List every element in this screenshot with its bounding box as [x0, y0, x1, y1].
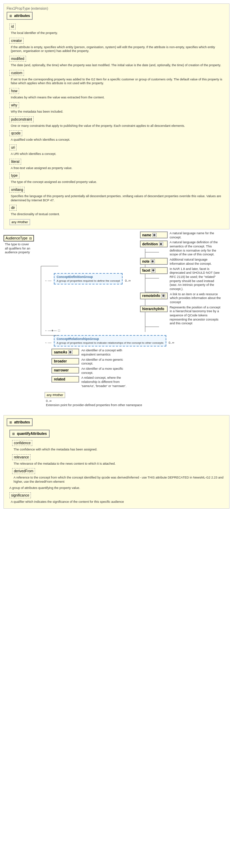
concept-rel-group-box: ConceptRelationshipsGroup A group of pro… [54, 335, 166, 347]
bottom-attributes-header-box: ⊞ attributes [7, 418, 33, 426]
attr-xmllang: xmllang Specifies the language of this p… [9, 186, 226, 202]
concept-def-group-desc: A group of properties required to define… [57, 279, 120, 282]
audience-type-desc: The type to cover all qualifiers for an … [5, 243, 33, 255]
attr-xmllang-name: xmllang [9, 187, 25, 193]
significance-desc: A qualifier which indicates the signific… [11, 500, 225, 504]
attr-custom-desc: If set to true the corresponding propert… [11, 78, 225, 86]
attr-type-name: type [9, 173, 19, 178]
element-row-broader: broader An identifier of a more generic … [51, 358, 133, 366]
hierarchyinfo-element-label: hierarchyInfo [142, 307, 164, 311]
broader-element-label: broader [54, 359, 67, 363]
connector-area: ←—♦— □ [44, 328, 230, 332]
concept-def-group-area: ←— ConceptDefinitionGroup A group of pro… [44, 231, 230, 326]
definition-desc: A natural language definition of the sem… [170, 240, 222, 257]
extension-box: Flex1PropType (extension) ⊞ attributes i… [3, 3, 230, 229]
attr-literal-name: literal [9, 159, 21, 165]
bottom-attr-derivedfrom: derivedFrom A reference to the concept f… [12, 467, 226, 484]
bottom-attr-relevance: relevance The relevance of the metadata … [12, 453, 226, 466]
attr-how-name: how [9, 88, 19, 94]
concept-rel-multiplicity: 0..∞ [168, 341, 174, 344]
element-name-box-definition: definition ⊞ [140, 240, 168, 247]
bottom-attr-relevance-desc: The relevance of the metadata to the new… [14, 462, 225, 466]
concept-rel-group-label: ConceptRelationshipsGroup [57, 337, 164, 341]
name-element-label: name [142, 233, 151, 237]
element-row-definition: definition ⊞ A natural language definiti… [140, 240, 222, 257]
element-row-hierarchyinfo: hierarchyInfo Represents the position of… [140, 306, 222, 326]
attr-creator: creator If the attribute is empty, speci… [9, 37, 226, 53]
remoteinfo-element-label: remoteInfo [142, 294, 160, 298]
narrower-desc: An identifier of a more specific concept… [81, 367, 133, 375]
right-elements-rel-column: sameAs ⊞ An identifier of a concept with… [51, 349, 133, 388]
any-other-bottom-label: any ##other [47, 393, 63, 397]
attr-qcode: qcode A qualified code which identifies … [9, 129, 226, 142]
any-other-box: any ##other [9, 219, 30, 225]
bottom-attr-derivedfrom-name: derivedFrom [12, 468, 35, 474]
element-row-facet: facet ⊞ In NAR 1.8 and later, facet is d… [140, 267, 222, 291]
attr-pubconstraint-desc: One or many constraints that apply to pu… [11, 124, 225, 128]
bottom-section: ⊞ attributes ⊞ quantifyAttributes confid… [3, 415, 230, 509]
element-row-name: name ⊞ A natural language name for the c… [140, 231, 222, 239]
element-name-box-facet: facet ⊞ [140, 267, 168, 274]
any-other-bottom-desc: Extension point for provider-defined pro… [46, 403, 228, 407]
hierarchyinfo-desc: Represents the position of a concept in … [170, 306, 222, 326]
quantify-attributes-label: quantifyAttributes [17, 432, 47, 436]
remoteinfo-desc: A link to an item or a web resource whic… [170, 292, 222, 305]
element-row-remoteinfo: remoteInfo ⊞ A link to an item or a web … [140, 292, 222, 305]
attr-id: id The local identifier of the property. [9, 23, 226, 35]
attr-why-desc: Why the metadata has been included. [11, 110, 225, 114]
significance-name: significance [9, 492, 31, 498]
definition-element-label: definition [142, 242, 158, 246]
attr-uri-name: uri [9, 144, 17, 150]
concept-rel-group-desc: A group of properties required to indica… [57, 341, 164, 344]
attr-dir-desc: The directionality of textual content. [11, 212, 225, 217]
any-other-multiplicity: 0..∞ [46, 399, 230, 403]
attr-why-name: why [9, 102, 19, 108]
significance-area: significance A qualifier which indicates… [9, 491, 226, 504]
concept-def-multiplicity: 0..∞ [125, 279, 131, 282]
note-element-label: note [142, 260, 150, 263]
attr-id-desc: The local identifier of the property. [11, 31, 225, 35]
audience-type-box: AudienceType ⊟ [3, 235, 34, 242]
element-name-box-note: note ⊞ [140, 258, 168, 265]
attr-uri: uri A URI which identifies a concept. [9, 143, 226, 156]
any-other-bottom-area: any ##other 0..∞ Extension point for pro… [44, 391, 230, 407]
element-name-box-remoteinfo: remoteInfo ⊞ [140, 292, 168, 299]
related-desc: A related concept, where the relationshi… [81, 376, 133, 388]
attr-creator-name: creator [9, 38, 24, 44]
attr-how-desc: Indicates by which means the value was e… [11, 96, 225, 100]
extension-title: Flex1PropType (extension) [7, 7, 226, 10]
concept-def-group-box: ConceptDefinitionGroup A group of proper… [54, 273, 123, 284]
narrower-element-label: narrower [54, 368, 69, 372]
bottom-attr-confidence-name: confidence [12, 440, 32, 446]
element-name-box-narrower: narrower [51, 367, 79, 374]
attr-id-name: id [9, 24, 16, 29]
name-icon: ⊞ [152, 233, 157, 237]
quantify-attributes-box: ⊞ quantifyAttributes [9, 430, 50, 438]
attr-modified-name: modified [9, 56, 26, 62]
bottom-attr-confidence-desc: The confidence with which the metadata h… [14, 448, 225, 452]
attr-qcode-name: qcode [9, 130, 22, 136]
attr-qcode-desc: A qualified code which identifies a conc… [11, 138, 225, 142]
note-desc: Additional natural language information … [170, 258, 222, 266]
element-row-narrower: narrower An identifier of a more specifi… [51, 367, 133, 375]
bottom-attrs-list: confidence The confidence with which the… [12, 439, 226, 484]
attr-type-desc: The type of the concept assigned as cont… [11, 180, 225, 184]
attr-type: type The type of the concept assigned as… [9, 172, 226, 184]
attr-modified: modified The date (and, optionally, the … [9, 55, 226, 68]
name-desc: A natural language name for the concept. [170, 231, 222, 239]
element-row-note: note ⊞ Additional natural language infor… [140, 258, 222, 266]
sameas-icon: ⊞ [68, 350, 73, 354]
attr-why: why Why the metadata has been included. [9, 101, 226, 114]
concept-def-group-label: ConceptDefinitionGroup [57, 275, 120, 279]
element-row-sameas: sameAs ⊞ An identifier of a concept with… [51, 349, 133, 357]
attr-how: how Indicates by which means the value w… [9, 87, 226, 100]
attr-dir-name: dir [9, 205, 17, 211]
broader-desc: An identifier of a more generic concept. [81, 358, 133, 366]
attr-creator-desc: If the attribute is empty, specifies whi… [11, 45, 225, 53]
attr-custom: custom If set to true the corresponding … [9, 69, 226, 86]
attr-uri-desc: A URI which identifies a concept. [11, 152, 225, 156]
remoteinfo-icon: ⊞ [161, 294, 165, 298]
element-name-box-sameas: sameAs ⊞ [51, 349, 79, 356]
bottom-quantify-section: ⊞ quantifyAttributes confidence The conf… [9, 430, 226, 484]
definition-icon: ⊞ [159, 242, 163, 246]
